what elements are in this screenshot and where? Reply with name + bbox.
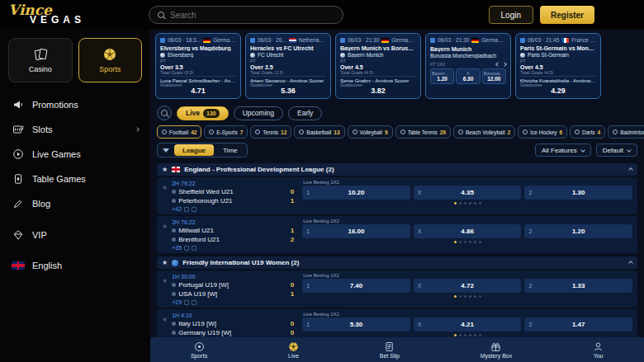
odds-cell[interactable]: 1 5.30 xyxy=(302,317,410,331)
odds-cell[interactable]: 2 1.20 xyxy=(524,224,632,238)
odds-cell[interactable]: X 4.21 xyxy=(414,317,522,331)
sidebar-item-table-games[interactable]: Table Games xyxy=(8,167,142,191)
sport-chip[interactable]: E-Sports 7 xyxy=(204,125,248,139)
odds-cell-home[interactable]: Bayern Mu... 1.20 xyxy=(430,68,454,84)
statistics-icon[interactable] xyxy=(184,207,189,212)
more-markets-count[interactable]: +42 xyxy=(172,206,182,212)
sport-chip[interactable]: Basketball 13 xyxy=(294,125,344,139)
sport-count: 29 xyxy=(440,129,446,135)
more-markets-count[interactable]: +29 xyxy=(172,299,182,305)
search-input[interactable] xyxy=(170,11,334,20)
featured-match-card[interactable]: 06/03 · 21:45 France - Ligue 1 Paris St-… xyxy=(515,33,601,99)
match-row[interactable]: 2H 79:22 Sheffield Wed U21 0 Peterboroug… xyxy=(157,177,637,214)
casino-tile[interactable]: Casino xyxy=(8,38,73,82)
statistics-icon[interactable] xyxy=(184,300,189,305)
odds-cell-away[interactable]: Borussia M... 12.00 xyxy=(482,68,506,84)
sport-chip[interactable]: Badminton 2 xyxy=(608,125,644,139)
market-pagination-dots[interactable] xyxy=(302,295,632,298)
brand-logo[interactable]: Vince VEGAS xyxy=(8,4,140,26)
market-pagination-dots[interactable] xyxy=(302,241,632,243)
bottom-nav-mystery-box[interactable]: Mystery Box xyxy=(481,341,513,359)
odds-label: 2 xyxy=(528,190,532,195)
featured-match-card[interactable]: 06/03 · 20... Netherlands - Eredivi... H… xyxy=(245,33,331,99)
match-row[interactable]: 2H 76:22 Millwall U21 1 Brentford U21 2 xyxy=(157,216,637,253)
featured-match-card[interactable]: 06/03 · 18:3... Germany - 2.Bundesl... E… xyxy=(155,33,241,99)
odds-cell[interactable]: X 4.86 xyxy=(414,224,522,238)
more-markets-count[interactable]: +35 xyxy=(172,245,182,251)
match-time: 1H 4:10 xyxy=(172,312,294,319)
odds-cell[interactable]: 2 1.30 xyxy=(524,186,632,200)
collapse-icon[interactable] xyxy=(628,261,633,266)
default-sort-dropdown[interactable]: Default xyxy=(596,143,637,157)
odds-cell-draw[interactable]: X 6.30 xyxy=(456,68,480,84)
sport-chip[interactable]: Football 42 xyxy=(157,125,201,139)
sidebar-item-promotions[interactable]: Promotions xyxy=(8,92,142,117)
bottom-nav-live[interactable]: Live xyxy=(288,341,299,359)
sport-chip[interactable]: Ice Hockey 6 xyxy=(518,125,567,139)
bottom-nav-sports[interactable]: Sports xyxy=(191,341,207,359)
odds-cell[interactable]: 1 7.40 xyxy=(302,279,410,293)
featured-match-card[interactable]: 06/03 · 21:30 Germany - 1.Bundesliga xyxy=(425,33,511,99)
sidebar-item-blog[interactable]: Blog xyxy=(8,191,142,216)
favorite-star-icon[interactable] xyxy=(162,317,168,323)
collapse-icon[interactable] xyxy=(628,167,633,172)
sport-label: Ice Hockey xyxy=(530,129,556,135)
tab-upcoming[interactable]: Upcoming xyxy=(234,106,283,120)
sort-by-league-button[interactable]: League xyxy=(174,144,214,156)
sport-label: Football xyxy=(169,129,188,135)
tab-live[interactable]: Live 130 xyxy=(177,106,229,120)
featured-match-card[interactable]: 06/03 · 21:30 Germany - 1.Bundesliga Bay… xyxy=(335,33,421,99)
sport-chip[interactable]: Volleyball 9 xyxy=(348,125,393,139)
field-tracker-icon[interactable] xyxy=(192,300,197,305)
bottom-nav-you[interactable]: You xyxy=(593,341,604,359)
language-selector[interactable]: English xyxy=(8,254,142,277)
odds-cell[interactable]: 1 16.00 xyxy=(302,224,410,238)
bottom-nav-bet-slip[interactable]: Bet Slip xyxy=(380,341,400,359)
login-button[interactable]: Login xyxy=(489,6,533,24)
sport-chip[interactable]: Darts 4 xyxy=(570,125,605,139)
favorite-star-icon[interactable] xyxy=(162,260,168,266)
odds-cell[interactable]: 2 1.33 xyxy=(524,279,632,293)
sidebar-item-vip[interactable]: VIP xyxy=(8,223,142,247)
market-pagination-dots[interactable] xyxy=(302,202,632,205)
search-button[interactable] xyxy=(157,106,172,120)
statistics-icon[interactable] xyxy=(184,246,189,251)
sidebar-item-slots[interactable]: Slots xyxy=(8,117,142,142)
match-odds: Live Betting 1X2 1 5.30 xyxy=(302,312,632,336)
sort-by-time-button[interactable]: Time xyxy=(215,144,245,156)
favorite-star-icon[interactable] xyxy=(162,223,168,230)
odds-value[interactable]: 3.82 xyxy=(340,87,416,95)
odds-value[interactable]: 4.71 xyxy=(160,87,236,95)
field-tracker-icon[interactable] xyxy=(192,246,197,251)
match-row[interactable]: 1H 4:10 Italy U19 [W] 0 Germany U19 [W] … xyxy=(157,309,637,337)
sports-tile[interactable]: Sports xyxy=(78,38,143,82)
sport-chip[interactable]: Tennis 12 xyxy=(250,125,291,139)
odds-value[interactable]: 5.36 xyxy=(250,87,326,95)
odds-cell[interactable]: X 4.35 xyxy=(414,186,522,200)
all-features-dropdown[interactable]: All Features xyxy=(535,143,591,157)
tab-early[interactable]: Early xyxy=(288,106,322,120)
away-team-line: USA U19 [W] 1 xyxy=(172,289,294,299)
odds-cell[interactable]: 2 1.47 xyxy=(524,317,632,331)
prev-market-icon[interactable] xyxy=(495,62,500,67)
sidebar-item-live-games[interactable]: Live Games xyxy=(8,142,142,167)
odds-cell[interactable]: 1 10.20 xyxy=(302,186,410,200)
next-market-icon[interactable] xyxy=(502,62,507,67)
sport-chip[interactable]: Beach Volleyball 2 xyxy=(453,125,515,139)
favorite-star-icon[interactable] xyxy=(162,185,168,191)
favorite-star-icon[interactable] xyxy=(162,278,168,284)
match-row[interactable]: 1H 30:00 Portugal U19 [W] 0 USA U19 [W] … xyxy=(157,270,637,308)
favorite-star-icon[interactable] xyxy=(162,167,168,173)
field-tracker-icon[interactable] xyxy=(192,207,197,212)
register-button[interactable]: Register xyxy=(540,6,594,24)
az-sort-button[interactable] xyxy=(159,144,173,156)
odds-cell[interactable]: X 4.72 xyxy=(414,279,522,293)
filter-row: League Time All Features Default xyxy=(150,140,644,160)
market-pagination-dots[interactable] xyxy=(302,334,632,336)
away-team-name: USA U19 [W] xyxy=(178,289,217,299)
odds-value[interactable]: 4.29 xyxy=(520,87,596,95)
league-header[interactable]: England - Professional Development Leagu… xyxy=(157,163,637,176)
sports-tile-label: Sports xyxy=(99,65,121,73)
league-header[interactable]: Friendly International U19 Women (2) xyxy=(157,256,637,269)
sport-chip[interactable]: Table Tennis 29 xyxy=(395,125,451,139)
